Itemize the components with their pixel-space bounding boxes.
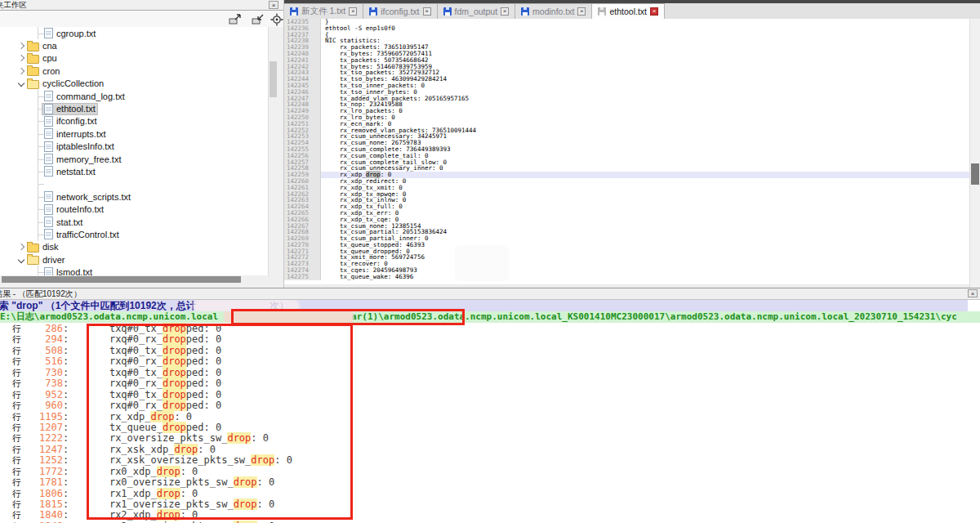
folder-row[interactable]: cyclicCollection	[16, 78, 106, 89]
chevron-right-icon[interactable]	[18, 42, 24, 49]
tree-item-interrupts-txt[interactable]: interrupts.txt	[0, 127, 268, 140]
tree-item-cna[interactable]: cna	[0, 39, 268, 51]
result-row[interactable]: 行1806: rx1_xdp_drop: 0	[0, 489, 980, 499]
file-row[interactable]: netstat.txt	[42, 166, 98, 177]
result-row[interactable]: 行294: rxq#0_rx_dropped: 0	[0, 334, 980, 345]
tree-item-cpu[interactable]: cpu	[0, 52, 268, 65]
close-icon[interactable]: ×	[968, 289, 978, 297]
close-icon[interactable]: ×	[269, 1, 278, 9]
file-row[interactable]: routeInfo.txt	[42, 204, 106, 215]
result-row[interactable]: 行1781: rx0_oversize_pkts_sw_drop: 0	[0, 477, 980, 488]
result-row-line-label: 行	[12, 499, 23, 510]
search-summary-row[interactable]: 搜索 "drop" （1个文件中匹配到10192次，总计次）	[0, 300, 968, 311]
chevron-down-icon[interactable]	[18, 80, 24, 87]
result-row[interactable]: 行1252: rx_xsk_oversize_pkts_sw_drop: 0	[0, 455, 980, 466]
result-row[interactable]: 行508: txq#0_tx_dropped: 0	[0, 346, 980, 356]
tab-label: fdm_output	[455, 7, 498, 16]
tree-item-label: stat.txt	[56, 217, 82, 227]
result-row-line-number: 952	[23, 390, 63, 400]
file-row[interactable]: network_scripts.txt	[42, 191, 133, 202]
tree-item-disk[interactable]: disk	[0, 241, 268, 253]
tree-item-cron[interactable]: cron	[0, 65, 268, 77]
tree-item-ifconfig-txt[interactable]: ifconfig.txt	[0, 115, 268, 127]
file-row[interactable]: interrupts.txt	[42, 128, 109, 139]
file-row[interactable]: ifconfig.txt	[42, 116, 100, 127]
tab-ifconfig[interactable]: ifconfig.txt×	[363, 3, 437, 19]
tree-item-cgroup-txt[interactable]: cgroup.txt	[0, 27, 268, 39]
result-row-colon: :	[63, 455, 69, 466]
result-row[interactable]: 行1840: rx2_xdp_drop: 0	[0, 510, 980, 521]
result-row[interactable]: 行1195: rx_xdp_drop: 0	[0, 412, 980, 422]
tree-item-lsmod-txt[interactable]: lsmod.txt	[0, 266, 268, 275]
tree-horizontal-scrollbar[interactable]	[0, 275, 277, 284]
tree-item-stat-txt[interactable]: stat.txt	[0, 216, 268, 228]
result-row-line-number: 1222	[23, 433, 63, 444]
result-row[interactable]: 行1247: rx_xsk_xdp_drop: 0	[0, 445, 980, 455]
tab-close-icon[interactable]: ×	[501, 7, 509, 16]
tab-close-icon[interactable]: ×	[650, 7, 658, 16]
tree-item-routeinfo-txt[interactable]: routeInfo.txt	[0, 203, 268, 215]
scrollbar-thumb[interactable]	[2, 276, 241, 283]
result-row[interactable]: 行1815: rx1_oversize_pkts_sw_drop: 0	[0, 499, 980, 510]
chevron-right-icon[interactable]	[18, 55, 24, 61]
tree-item-cycliccollection[interactable]: cyclicCollection	[0, 78, 268, 90]
chevron-down-icon[interactable]	[18, 256, 24, 262]
result-row[interactable]: 行516: rxq#0_rx_dropped: 0	[0, 356, 980, 367]
folder-row[interactable]: cron	[16, 65, 62, 76]
file-row[interactable]: command_log.txt	[42, 91, 127, 101]
tab-fdm-output[interactable]: fdm_output×	[438, 3, 516, 19]
tab-new-file-1[interactable]: 新文件 1.txt×	[284, 3, 363, 19]
locate-current-file-icon[interactable]	[270, 13, 283, 26]
result-row-colon: :	[63, 467, 69, 477]
chevron-right-icon[interactable]	[18, 244, 24, 250]
editor-vertical-scrollbar[interactable]	[969, 19, 980, 288]
tab-ethtool[interactable]: ethtool.txt×	[592, 3, 665, 20]
tree-item-iptablesinfo-txt[interactable]: iptablesInfo.txt	[0, 141, 268, 153]
tab-close-icon[interactable]: ×	[349, 7, 357, 16]
file-row[interactable]: iptablesInfo.txt	[42, 141, 117, 152]
result-row[interactable]: 行738: rxq#0_rx_dropped: 0	[0, 378, 980, 389]
file-row[interactable]: cgroup.txt	[42, 28, 98, 38]
file-row[interactable]: stat.txt	[42, 217, 85, 227]
tab-close-icon[interactable]: ×	[423, 7, 431, 16]
tree-item-driver[interactable]: driver	[0, 253, 268, 266]
file-row[interactable]: lsmod.txt	[42, 267, 95, 275]
search-file-path-row[interactable]: E:\日志\armod0523.odata.ncmp.unicom.local …	[0, 311, 980, 323]
tree-item-ethtool-txt[interactable]: ethtool.txt	[0, 102, 268, 114]
result-row[interactable]: 行952: txq#0_tx_dropped: 0	[0, 390, 980, 400]
editor-line[interactable]: 142237{	[284, 32, 970, 38]
expand-all-icon[interactable]	[229, 13, 242, 26]
editor-line[interactable]: 142236ethtool -S enp1s0f0	[284, 25, 970, 32]
tab-close-icon[interactable]: ×	[577, 7, 586, 16]
tree-item-netstat-txt[interactable]: netstat.txt	[0, 165, 268, 177]
folder-row[interactable]: cna	[16, 41, 60, 51]
tree-item-memory-free-txt[interactable]: memory_free.txt	[0, 153, 268, 165]
folder-row[interactable]: disk	[16, 242, 61, 253]
search-results-title: 搜索结果 - （匹配10192次）	[0, 288, 82, 299]
file-row[interactable]: ethtool.txt	[42, 103, 98, 115]
tree-item-command-log-txt[interactable]: command_log.txt	[0, 90, 268, 102]
scrollbar-thumb[interactable]	[270, 61, 277, 97]
editor-line[interactable]: 142275 tx_queue_wake: 46396	[284, 274, 970, 280]
result-row[interactable]: 行960: rxq#0_rx_dropped: 0	[0, 400, 980, 411]
file-row[interactable]: trafficControl.txt	[42, 229, 122, 239]
file-icon	[44, 204, 53, 215]
tree-item-network-scripts-txt[interactable]: network_scripts.txt	[0, 190, 268, 203]
file-row[interactable]: memory_free.txt	[42, 154, 123, 164]
result-row[interactable]: 行1222: rx_oversize_pkts_sw_drop: 0	[0, 433, 980, 444]
result-row[interactable]: 行1207: tx_queue_dropped: 0	[0, 422, 980, 433]
tab-modinfo[interactable]: modinfo.txt×	[515, 3, 592, 19]
chevron-right-icon[interactable]	[18, 68, 24, 74]
result-row[interactable]: 行730: txq#0_tx_dropped: 0	[0, 368, 980, 378]
scrollbar-thumb[interactable]	[971, 163, 979, 185]
editor-text-view[interactable]: 142235}142236ethtool -S enp1s0f0142237{1…	[284, 19, 970, 284]
line-text: {	[321, 32, 970, 38]
tree-item-trafficcontrol-txt[interactable]: trafficControl.txt	[0, 228, 268, 240]
folder-row[interactable]: cpu	[16, 53, 60, 64]
collapse-all-icon[interactable]	[252, 13, 265, 26]
result-row[interactable]: 行1772: rx0_xdp_drop: 0	[0, 467, 980, 477]
folder-row[interactable]: driver	[16, 254, 68, 265]
tree-vertical-scrollbar[interactable]	[268, 27, 278, 275]
result-row-line-number: 1840	[23, 510, 63, 521]
result-row[interactable]: 行286: txq#0_tx_dropped: 0	[0, 324, 980, 334]
